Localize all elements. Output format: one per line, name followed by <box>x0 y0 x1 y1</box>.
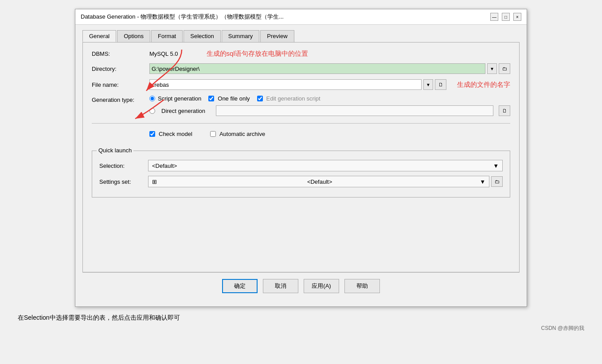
filename-copy-button[interactable]: 🗋 <box>435 79 446 90</box>
quick-settings-row: Settings set: ⊞ <Default> ▼ 🗀 <box>99 176 503 187</box>
tab-selection[interactable]: Selection <box>184 30 220 42</box>
quick-settings-wrap: ⊞ <Default> ▼ 🗀 <box>148 176 503 187</box>
window-controls: — □ × <box>490 13 521 21</box>
check-model-label: Check model <box>159 131 192 137</box>
filename-input[interactable] <box>149 79 422 90</box>
apply-button[interactable]: 应用(A) <box>304 279 339 293</box>
direct-browse-icon: 🗋 <box>502 108 507 113</box>
directory-label: Directory: <box>92 66 149 72</box>
generation-type-label: Generation type: <box>92 95 149 103</box>
dialog-window: Database Generation - 物理数据模型（学生管理系统）（物理数… <box>75 9 527 307</box>
settings-folder-icon: 🗀 <box>495 179 500 184</box>
divider <box>92 123 510 124</box>
quick-selection-row: Selection: <Default> ▼ <box>99 160 503 171</box>
dbms-label: DBMS: <box>92 50 149 57</box>
window-title: Database Generation - 物理数据模型（学生管理系统）（物理数… <box>81 13 284 21</box>
one-file-only-label: One file only <box>218 95 250 102</box>
quick-settings-dropdown-icon: ▼ <box>480 178 485 185</box>
tab-general[interactable]: General <box>82 30 116 42</box>
close-button[interactable]: × <box>513 13 521 21</box>
directory-control-wrap: ▼ 🗀 <box>149 63 510 74</box>
quick-selection-label: Selection: <box>99 163 148 169</box>
automatic-archive-row: Automatic archive <box>210 131 265 137</box>
cancel-button[interactable]: 取消 <box>263 279 298 293</box>
directory-row: Directory: ▼ 🗀 <box>92 63 510 74</box>
title-bar: Database Generation - 物理数据模型（学生管理系统）（物理数… <box>75 9 527 25</box>
directory-browse-button[interactable]: 🗀 <box>499 63 510 74</box>
filename-row: File name: ▼ 🗋 生成的文件的名字 <box>92 79 510 90</box>
direct-generation-radio[interactable] <box>149 108 155 114</box>
quick-launch-legend: Quick launch <box>97 147 133 154</box>
help-button[interactable]: 帮助 <box>344 279 380 293</box>
check-model-checkbox[interactable] <box>149 131 155 137</box>
check-model-row: Check model <box>149 131 192 137</box>
generation-type-options: Script generation One file only Edit gen… <box>149 95 510 116</box>
filename-label: File name: <box>92 81 149 88</box>
ok-button[interactable]: 确定 <box>222 279 258 293</box>
copy-icon: 🗋 <box>438 82 443 87</box>
sql-location-annotation: 生成的sql语句存放在电脑中的位置 <box>207 50 308 58</box>
dbms-value-wrap: MySQL 5.0 生成的sql语句存放在电脑中的位置 <box>149 50 510 58</box>
quick-settings-value: <Default> <box>307 178 332 185</box>
generation-type-row: Generation type: Script generation One f… <box>92 95 510 116</box>
script-options: One file only Edit generation script <box>208 95 320 102</box>
one-file-only-checkbox[interactable] <box>208 96 214 101</box>
bottom-annotation: 在Selection中选择需要导出的表，然后点击应用和确认即可 <box>18 314 593 322</box>
dbms-value: MySQL 5.0 <box>149 50 178 57</box>
quick-selection-dropdown[interactable]: <Default> ▼ <box>148 160 503 171</box>
checkboxes-row: Check model Automatic archive <box>149 131 510 137</box>
tab-content-general: DBMS: MySQL 5.0 生成的sql语句存放在电脑中的位置 Direct… <box>82 42 520 272</box>
one-file-only-row: One file only <box>208 95 250 102</box>
dbms-row: DBMS: MySQL 5.0 生成的sql语句存放在电脑中的位置 <box>92 50 510 58</box>
quick-launch-group: Quick launch Selection: <Default> ▼ Sett… <box>92 151 510 197</box>
tab-preview[interactable]: Preview <box>260 30 294 42</box>
direct-generation-input[interactable] <box>216 105 493 116</box>
settings-browse-button[interactable]: 🗀 <box>491 176 503 187</box>
edit-generation-script-row: Edit generation script <box>257 95 321 102</box>
minimize-button[interactable]: — <box>490 13 498 21</box>
dialog-body: General Options Format Selection Summary… <box>75 25 527 306</box>
filename-dropdown-button[interactable]: ▼ <box>423 79 433 90</box>
filename-annotation: 生成的文件的名字 <box>457 81 510 89</box>
directory-dropdown-button[interactable]: ▼ <box>487 63 497 74</box>
direct-generation-browse-button[interactable]: 🗋 <box>499 105 510 116</box>
direct-generation-label: Direct generation <box>161 108 205 114</box>
tab-options[interactable]: Options <box>117 30 150 42</box>
script-generation-option: Script generation One file only Edit gen… <box>149 95 510 102</box>
tab-bar: General Options Format Selection Summary… <box>82 30 520 42</box>
quick-selection-dropdown-icon: ▼ <box>493 163 499 169</box>
automatic-archive-label: Automatic archive <box>219 131 265 137</box>
edit-generation-script-checkbox[interactable] <box>257 96 263 101</box>
script-generation-radio[interactable] <box>149 96 155 101</box>
folder-icon: 🗀 <box>502 66 507 71</box>
direct-generation-option: Direct generation 🗋 <box>149 105 510 116</box>
quick-settings-dropdown[interactable]: ⊞ <Default> ▼ <box>148 176 489 187</box>
directory-input[interactable] <box>149 63 485 74</box>
edit-generation-script-label: Edit generation script <box>266 95 321 102</box>
tab-summary[interactable]: Summary <box>222 30 260 42</box>
csdn-credit: CSDN @赤脚的我 <box>9 325 584 332</box>
settings-grid-icon: ⊞ <box>152 178 157 185</box>
tab-format[interactable]: Format <box>151 30 183 42</box>
script-generation-label: Script generation <box>158 95 201 102</box>
quick-settings-label: Settings set: <box>99 178 148 185</box>
filename-control-wrap: ▼ 🗋 生成的文件的名字 <box>149 79 510 90</box>
dialog-footer: 确定 取消 应用(A) 帮助 <box>82 272 520 299</box>
automatic-archive-checkbox[interactable] <box>210 131 216 137</box>
quick-selection-value: <Default> <box>152 163 177 169</box>
maximize-button[interactable]: □ <box>502 13 510 21</box>
